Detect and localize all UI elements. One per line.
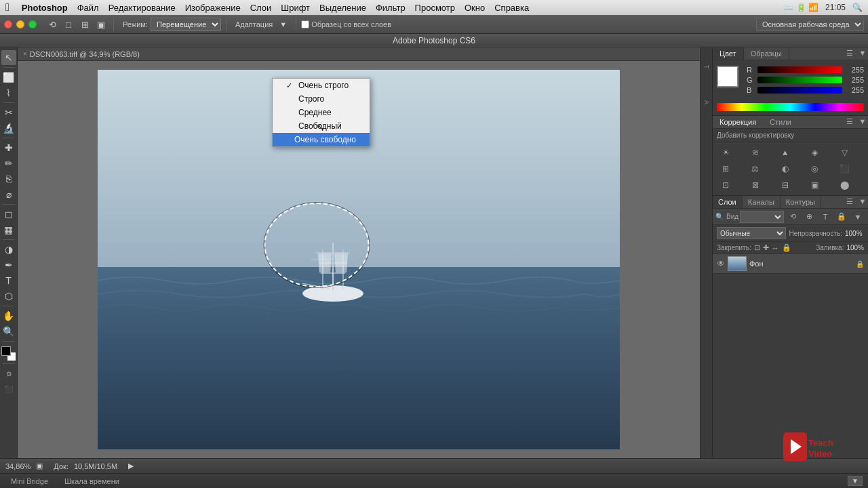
lock-btn-3[interactable]: ↔	[772, 244, 779, 252]
adaptacia-dropdown[interactable]: ▼	[275, 17, 291, 32]
corr-balance[interactable]: ⚖	[747, 161, 764, 176]
workspace-select[interactable]: Основная рабочая среда	[756, 18, 864, 31]
tool-options-btn4[interactable]: ▣	[94, 17, 108, 32]
apple-menu[interactable]: 	[5, 1, 9, 14]
dropdown-item-very-strict[interactable]: ✓ Очень строго	[273, 79, 370, 92]
tool-crop[interactable]: ✂	[1, 105, 16, 120]
menu-image[interactable]: Изображение	[185, 3, 241, 13]
tool-clone[interactable]: ⎘	[1, 171, 16, 186]
tab-mini-bridge[interactable]: Mini Bridge	[5, 476, 54, 487]
dropdown-item-medium[interactable]: Среднее	[273, 106, 370, 119]
tool-path[interactable]: ⬡	[1, 289, 16, 304]
doc-close-btn[interactable]: ×	[23, 50, 27, 58]
tool-move[interactable]: ↖	[1, 50, 16, 65]
layer-row-background[interactable]: 👁 Фон 🔒	[713, 254, 868, 274]
tab-contours[interactable]: Контуры	[781, 196, 821, 208]
tab-correction[interactable]: Коррекция	[713, 116, 763, 128]
mode-select[interactable]: Перемещение	[151, 18, 221, 31]
tab-styles[interactable]: Стили	[763, 116, 798, 128]
dropdown-item-strict[interactable]: Строго	[273, 92, 370, 106]
tool-options-btn3[interactable]: ⊞	[77, 17, 92, 32]
green-slider[interactable]	[757, 77, 842, 83]
panel-menu-icon[interactable]: ☰	[844, 47, 855, 58]
minimize-button[interactable]	[16, 20, 24, 28]
tool-dodge[interactable]: ◑	[1, 242, 16, 257]
corr-curves[interactable]: ≋	[747, 145, 764, 160]
tool-heal[interactable]: ✚	[1, 140, 16, 155]
menu-font[interactable]: Шрифт	[281, 3, 310, 13]
layers-collapse-icon[interactable]: ▼	[857, 196, 868, 207]
blend-mode-select[interactable]: Обычные	[717, 227, 786, 239]
red-slider[interactable]	[757, 66, 842, 73]
tool-pen[interactable]: ✒	[1, 258, 16, 272]
corr-threshold[interactable]: ⊟	[776, 178, 794, 192]
foreground-color[interactable]	[1, 346, 11, 356]
corr-bw[interactable]: ◐	[776, 161, 794, 176]
tool-eyedropper[interactable]: 🔬	[1, 121, 16, 136]
corr-gradient-map[interactable]: ⬛	[835, 161, 853, 176]
menu-view[interactable]: Просмотр	[415, 3, 455, 13]
color-spectrum[interactable]	[717, 103, 864, 111]
maximize-button[interactable]	[28, 20, 37, 28]
menu-selection[interactable]: Выделение	[319, 3, 366, 13]
app-menu-photoshop[interactable]: Photoshop	[22, 3, 68, 13]
zoom-icon[interactable]: ▣	[36, 462, 43, 470]
side-btn-2[interactable]: A	[701, 85, 712, 119]
menu-window[interactable]: Окно	[465, 3, 485, 13]
tab-timeline[interactable]: Шкала времени	[59, 476, 125, 487]
corr-posterize[interactable]: ⊠	[747, 178, 764, 192]
lock-btn-4[interactable]: 🔒	[782, 243, 791, 252]
tool-text[interactable]: T	[1, 273, 16, 288]
sample-checkbox[interactable]	[301, 20, 309, 28]
tool-screen[interactable]: ⬛	[1, 382, 16, 396]
tool-hand[interactable]: ✋	[1, 308, 16, 323]
corr-levels[interactable]: ▲	[776, 145, 794, 160]
blue-slider[interactable]	[757, 87, 842, 94]
tool-options-btn1[interactable]: ⟲	[45, 17, 60, 32]
tool-history[interactable]: ⌀	[1, 187, 16, 202]
corr-selective[interactable]: ▣	[806, 178, 823, 192]
search-icon[interactable]: 🔍	[852, 3, 863, 12]
panel-collapse-icon[interactable]: ▼	[857, 47, 868, 58]
menu-edit[interactable]: Редактирование	[108, 3, 176, 13]
tool-lasso[interactable]: ⌇	[1, 85, 16, 100]
corr-vibrance[interactable]: ⬤	[835, 178, 853, 192]
layer-tool-4[interactable]: 🔒	[834, 211, 849, 223]
layer-visibility-icon[interactable]: 👁	[717, 259, 725, 268]
menu-help[interactable]: Справка	[494, 3, 529, 13]
corr-saturation[interactable]: ◎	[806, 161, 823, 176]
tab-channels[interactable]: Каналы	[743, 196, 781, 208]
play-btn[interactable]: ▶	[128, 462, 134, 470]
correction-menu-icon[interactable]: ☰	[844, 116, 855, 127]
tool-options-btn2[interactable]: □	[61, 17, 76, 32]
foreground-background-colors[interactable]	[1, 346, 16, 361]
layers-menu-icon[interactable]: ☰	[844, 196, 855, 207]
tool-zoom[interactable]: 🔍	[1, 324, 16, 339]
corr-exposure[interactable]: ◈	[806, 145, 823, 160]
corr-brightness[interactable]: ☀	[717, 145, 734, 160]
color-swatch[interactable]	[717, 66, 738, 87]
tool-brush[interactable]: ✏	[1, 156, 16, 171]
menu-layers[interactable]: Слои	[250, 3, 272, 13]
lock-btn-1[interactable]: ⊡	[754, 243, 760, 252]
tab-color[interactable]: Цвет	[713, 47, 744, 60]
layer-tool-3[interactable]: T	[818, 211, 833, 223]
layer-tool-1[interactable]: ⟲	[785, 211, 800, 223]
side-btn-1[interactable]: T	[701, 50, 712, 84]
menu-filter[interactable]: Фильтр	[376, 3, 406, 13]
tab-layers[interactable]: Слои	[713, 196, 743, 208]
corr-hsl[interactable]: ⊞	[717, 161, 734, 176]
close-button[interactable]	[4, 20, 12, 28]
tool-marquee-rect[interactable]: ⬜	[1, 70, 16, 85]
tab-samples[interactable]: Образцы	[744, 47, 789, 60]
corr-invert[interactable]: ⊡	[717, 178, 734, 192]
dropdown-item-free[interactable]: Свободный	[273, 119, 370, 133]
dropdown-item-very-free[interactable]: Очень свободно	[273, 133, 370, 146]
correction-collapse-icon[interactable]: ▼	[857, 116, 868, 127]
layer-tool-2[interactable]: ⊕	[802, 211, 816, 223]
layer-type-select[interactable]	[740, 211, 784, 223]
tool-gradient[interactable]: ▦	[1, 222, 16, 237]
bottom-collapse-btn[interactable]: ▼	[848, 476, 863, 486]
lock-btn-2[interactable]: ✚	[763, 243, 769, 252]
tool-mode[interactable]: ⊙	[1, 366, 16, 381]
